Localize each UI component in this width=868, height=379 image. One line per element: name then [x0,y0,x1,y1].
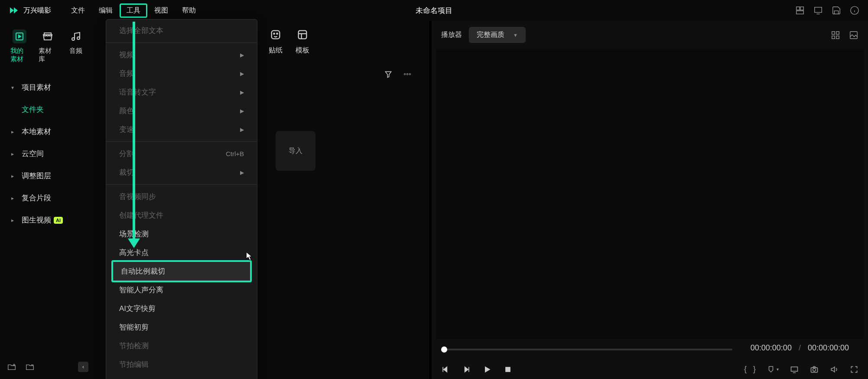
layout-icon[interactable] [795,6,805,15]
snapshot-icon[interactable] [810,365,819,374]
svg-rect-2 [796,11,804,14]
menu-item-智能初剪[interactable]: 智能初剪 [106,318,257,337]
sidebar-folder[interactable]: 文件夹 [3,98,92,121]
braces-icon[interactable]: { } [744,365,756,374]
svg-marker-39 [831,367,835,372]
svg-rect-25 [836,31,839,34]
menu-item-节拍编辑: 节拍编辑 [106,355,257,374]
media-icon [13,29,26,43]
chevron-right-icon: ▸ [11,151,16,157]
prev-frame-icon[interactable] [441,365,450,374]
monitor-icon[interactable] [813,6,823,15]
app-logo-icon [9,5,19,16]
tab-templates[interactable]: 模板 [296,28,309,55]
sidebar-cloud[interactable]: ▸云空间 [3,143,92,165]
sidebar-image-to-video[interactable]: ▸图生视频AI [3,209,92,231]
svg-rect-15 [272,31,280,39]
volume-icon[interactable] [830,365,839,374]
save-icon[interactable] [832,6,841,15]
player-panel: 播放器 完整画质 ▼ 00:00:00:00 / 00:00:00:00 [429,21,868,379]
chevron-down-icon: ▼ [513,33,518,38]
svg-point-38 [813,368,816,371]
ai-badge: AI [54,217,63,224]
menu-item-语音转文字: 语音转文字▶ [106,83,257,101]
progress-bar[interactable] [441,349,732,350]
menu-edit[interactable]: 编辑 [92,3,120,18]
chevron-right-icon: ▸ [11,173,16,179]
svg-rect-18 [299,31,307,39]
svg-point-23 [409,73,410,75]
time-total: 00:00:00:00 [808,343,849,353]
menu-item-自动比例裁切[interactable]: 自动比例裁切 [113,262,250,281]
menu-file[interactable]: 文件 [64,3,92,18]
tab-audio[interactable]: 音频 [64,25,88,68]
import-tile[interactable]: 导入 [276,131,315,171]
svg-rect-0 [796,7,800,10]
chevron-left-icon: ‹ [82,364,84,370]
template-icon [296,28,309,42]
menu-item-创建多机位片段: 创建多机位片段 [106,374,257,379]
marker-icon[interactable]: ▾ [767,366,779,373]
progress-thumb[interactable] [441,346,447,353]
tab-stock-media[interactable]: 素材库 [35,25,60,68]
sidebar-project-media[interactable]: ▾项目素材 [3,76,92,98]
new-folder-icon[interactable] [7,362,16,372]
stop-icon[interactable] [504,365,512,374]
menu-item-颜色: 颜色▶ [106,101,257,120]
chevron-right-icon: ▸ [11,217,16,223]
svg-rect-27 [836,36,839,38]
quality-select[interactable]: 完整画质 ▼ [469,27,526,43]
filter-icon[interactable] [384,70,393,78]
tab-my-media[interactable]: 我的素材 [7,25,32,68]
menu-view[interactable]: 视图 [147,3,175,18]
music-icon [69,29,83,43]
play-icon[interactable] [483,365,491,374]
project-title: 未命名项目 [416,6,452,16]
time-current: 00:00:00:00 [751,343,792,353]
time-separator: / [799,343,801,353]
video-viewport[interactable] [436,49,864,339]
svg-rect-26 [832,36,835,38]
display-icon[interactable] [790,365,799,374]
image-icon[interactable] [849,30,858,40]
svg-point-11 [77,37,80,39]
info-icon[interactable] [850,6,859,15]
menu-tools[interactable]: 工具 [120,3,147,18]
more-icon[interactable] [403,70,412,78]
tab-stickers[interactable]: 贴纸 [269,28,283,55]
tools-dropdown: 选择全部文本视频▶音频▶语音转文字▶颜色▶变速▶分割Ctrl+B裁切▶音视频同步… [106,19,257,379]
chevron-right-icon: ▸ [11,129,16,135]
svg-point-21 [404,73,406,75]
svg-point-16 [273,33,274,34]
menu-item-音视频同步: 音视频同步 [106,187,257,206]
svg-point-10 [72,38,75,40]
menu-item-高光卡点[interactable]: 高光卡点 [106,243,257,262]
next-frame-icon[interactable] [462,365,471,374]
chevron-right-icon: ▸ [11,195,16,201]
folder-remove-icon[interactable] [25,362,35,372]
menu-item-场景检测[interactable]: 场景检测 [106,225,257,243]
svg-rect-1 [800,7,803,10]
sidebar-adjustment-layer[interactable]: ▸调整图层 [3,165,92,187]
fullscreen-icon[interactable] [850,365,858,374]
sticker-icon [269,28,283,42]
store-icon [41,29,55,43]
app-name: 万兴喵影 [23,6,51,15]
menu-item-音频: 音频▶ [106,64,257,83]
highlighted-menu-item: 自动比例裁切 [111,260,252,282]
grid-view-icon[interactable] [831,30,840,40]
menu-item-AI文字快剪[interactable]: AI文字快剪 [106,299,257,318]
svg-marker-9 [19,35,21,38]
menu-item-视频: 视频▶ [106,46,257,64]
collapse-sidebar-button[interactable]: ‹ [78,362,88,372]
sidebar-compound-clip[interactable]: ▸复合片段 [3,187,92,209]
left-sidebar: 我的素材 素材库 音频 ▾项目素材 文件夹 ▸本地素材 ▸云空间 ▸调整图层 ▸… [0,21,95,379]
menu-item-裁切: 裁切▶ [106,163,257,182]
top-menubar: 万兴喵影 文件 编辑 工具 视图 帮助 未命名项目 [0,0,868,21]
player-label: 播放器 [441,30,462,39]
svg-rect-3 [815,7,822,13]
menu-help[interactable]: 帮助 [175,3,203,18]
sidebar-local-media[interactable]: ▸本地素材 [3,121,92,143]
menu-item-智能人声分离[interactable]: 智能人声分离 [106,281,257,299]
svg-marker-31 [465,367,468,372]
